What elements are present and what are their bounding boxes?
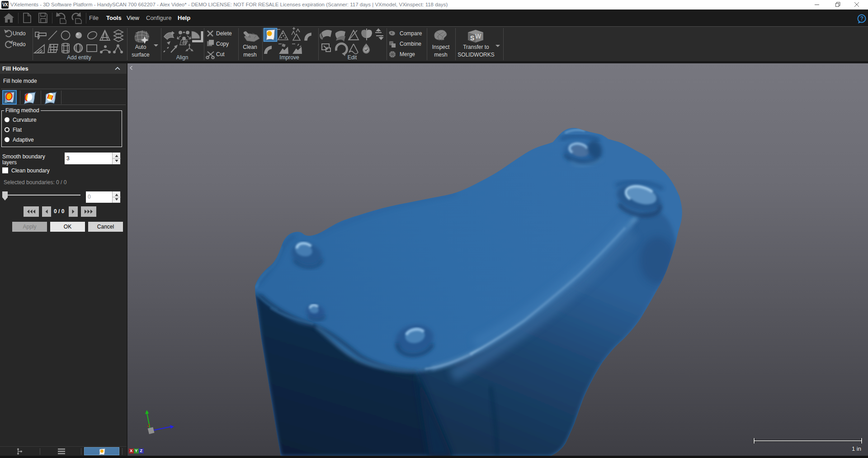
svg-text:Combine: Combine	[400, 41, 421, 47]
svg-text:Add entity: Add entity	[67, 54, 91, 61]
svg-text:Clean: Clean	[243, 44, 257, 50]
svg-text:1 in: 1 in	[852, 445, 861, 452]
svg-text:S: S	[470, 34, 474, 42]
svg-text:Copy: Copy	[216, 41, 229, 47]
svg-text:Inspect: Inspect	[432, 44, 450, 50]
svg-text:Undo: Undo	[13, 30, 26, 37]
svg-text:surface: surface	[132, 52, 150, 58]
svg-text:Cut: Cut	[216, 51, 225, 57]
svg-text:Compare: Compare	[400, 30, 422, 37]
svg-text:Transfer to: Transfer to	[463, 44, 489, 50]
svg-text:SOLIDWORKS: SOLIDWORKS	[458, 52, 494, 58]
svg-text:Redo: Redo	[13, 41, 26, 48]
svg-text:Align: Align	[176, 54, 189, 61]
svg-text:Delete: Delete	[216, 30, 232, 37]
svg-text:mesh: mesh	[243, 52, 256, 58]
svg-text:Edit: Edit	[348, 54, 357, 61]
svg-text:Improve: Improve	[279, 54, 299, 61]
svg-text:Merge: Merge	[400, 51, 415, 57]
svg-text:mesh: mesh	[434, 52, 447, 58]
svg-text:Auto: Auto	[135, 44, 146, 50]
svg-text:?: ?	[860, 15, 863, 22]
svg-text:W: W	[475, 33, 481, 40]
